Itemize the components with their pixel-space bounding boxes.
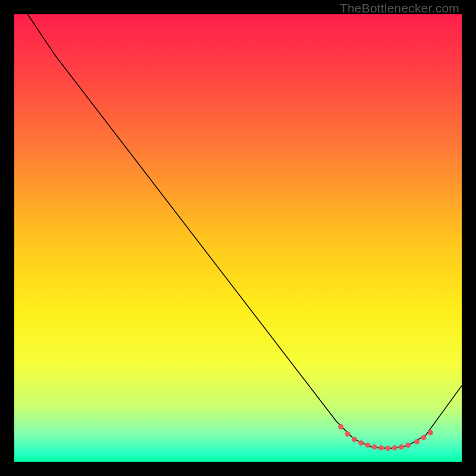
marker-dot: [428, 430, 433, 436]
marker-dot: [405, 443, 411, 448]
chart-frame: TheBottlenecker.com: [0, 0, 476, 476]
watermark-text: TheBottlenecker.com: [340, 1, 459, 15]
marker-dot: [372, 444, 377, 450]
marker-dot: [358, 440, 364, 446]
gradient-background: [14, 14, 462, 462]
marker-dot: [345, 431, 350, 437]
marker-dot: [421, 435, 427, 440]
marker-dot: [414, 439, 419, 444]
marker-dot: [399, 444, 404, 450]
marker-dot: [385, 446, 390, 451]
chart-svg: [14, 14, 462, 462]
marker-dot: [338, 424, 343, 430]
marker-dot: [392, 445, 397, 450]
plot-area: [14, 14, 462, 462]
marker-dot: [352, 437, 357, 442]
marker-dot: [378, 445, 384, 450]
marker-dot: [365, 443, 371, 448]
